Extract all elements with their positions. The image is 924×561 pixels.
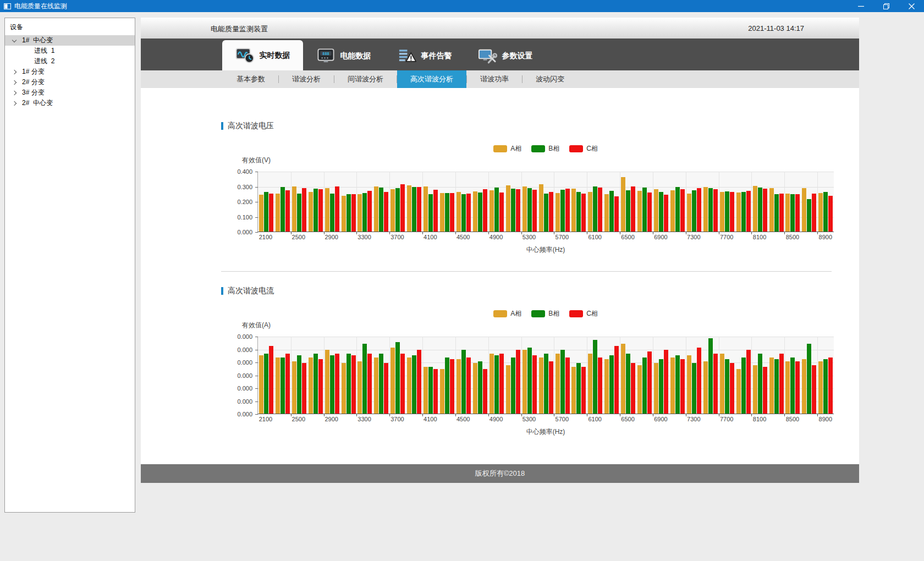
legend-item[interactable]: A相 — [493, 309, 521, 318]
main-tab-label: 事件告警 — [421, 51, 452, 61]
x-tick-label: 8500 — [784, 416, 801, 422]
legend-item[interactable]: C相 — [569, 144, 598, 153]
tree-item[interactable]: 2# 中心变 — [5, 98, 135, 108]
main-tab-label: 实时数据 — [260, 51, 290, 61]
bar — [346, 354, 351, 414]
bar-group — [719, 191, 735, 232]
bar-group — [521, 186, 538, 232]
bar — [351, 194, 356, 232]
bar — [741, 192, 746, 232]
tree-item[interactable]: 进线 2 — [5, 56, 135, 67]
bar — [391, 189, 395, 232]
bar-group — [373, 354, 389, 414]
legend-item[interactable]: C相 — [569, 309, 598, 318]
x-tick-label: 6500 — [620, 234, 636, 240]
x-tick-mark — [422, 232, 423, 234]
bar — [588, 192, 592, 232]
bar-group — [735, 350, 752, 414]
bar — [588, 354, 592, 414]
bar — [280, 187, 285, 232]
tree-item[interactable]: 3# 分变 — [5, 87, 135, 98]
bar — [823, 192, 828, 232]
main-tab-label: 电能数据 — [340, 51, 371, 61]
bar — [692, 363, 696, 414]
bar — [318, 189, 323, 232]
bar — [802, 188, 806, 232]
bar — [556, 193, 560, 232]
bar — [516, 189, 520, 232]
bar — [302, 363, 306, 414]
bar-group — [603, 191, 620, 232]
bar — [560, 350, 565, 414]
chevron-right-icon[interactable] — [12, 101, 17, 106]
bar-group — [735, 191, 752, 232]
bar-group — [274, 354, 291, 414]
x-tick-label: 7300 — [685, 234, 702, 240]
bar-group — [719, 354, 735, 414]
bar — [466, 194, 471, 232]
bar — [774, 194, 779, 232]
tree-item[interactable]: 2# 分变 — [5, 77, 135, 87]
legend-item[interactable]: B相 — [531, 309, 559, 318]
x-tick-mark — [817, 232, 818, 234]
bar — [549, 361, 553, 414]
main-tab-realtime-data[interactable]: 实时数据 — [222, 40, 303, 70]
sub-tab-0[interactable]: 基本参数 — [223, 70, 278, 88]
bar-group — [817, 192, 834, 232]
restore-button[interactable] — [873, 0, 899, 12]
bar — [790, 358, 795, 414]
minimize-button[interactable] — [848, 0, 873, 12]
bar — [494, 355, 499, 414]
x-tick-label: 4500 — [455, 416, 471, 422]
sub-tab-4[interactable]: 谐波功率 — [467, 70, 522, 88]
tree-item[interactable]: 1# 分变 — [5, 67, 135, 77]
event-alarm-icon — [397, 48, 416, 64]
x-tick-label — [471, 416, 488, 422]
x-tick-mark — [817, 414, 818, 416]
bar-group — [768, 188, 785, 232]
tree-item[interactable]: 进线 1 — [5, 46, 135, 56]
x-tick-label: 2900 — [323, 234, 340, 240]
chevron-right-icon[interactable] — [12, 90, 17, 96]
tree-item[interactable]: 1# 中心变 — [5, 35, 135, 46]
x-tick-label — [405, 234, 422, 240]
plot-area: 0.0000.0000.0000.0000.0000.0000.000 — [257, 337, 834, 414]
chevron-right-icon[interactable] — [12, 69, 17, 75]
sub-tab-3[interactable]: 高次谐波分析 — [397, 70, 466, 88]
bar — [264, 192, 268, 232]
bar — [687, 355, 691, 414]
bar — [565, 189, 570, 232]
x-tick-mark — [653, 232, 653, 234]
main-tab-energy-data[interactable]: 888电能数据 — [303, 41, 384, 70]
bar — [795, 194, 800, 232]
main-tab-label: 参数设置 — [502, 51, 533, 61]
x-tick-label: 3700 — [389, 416, 406, 422]
main-tab-event-alarm[interactable]: 事件告警 — [384, 41, 465, 70]
x-tick-label: 6500 — [620, 416, 636, 422]
bar — [763, 367, 767, 414]
bar — [428, 367, 433, 414]
close-button[interactable] — [899, 0, 924, 12]
bar-group — [768, 354, 785, 414]
chevron-right-icon[interactable] — [12, 80, 17, 85]
sub-tab-2[interactable]: 间谐波分析 — [334, 70, 397, 88]
bar — [758, 188, 762, 232]
bar — [609, 355, 614, 414]
chevron-down-icon[interactable] — [12, 38, 17, 43]
x-tick-mark — [324, 414, 324, 416]
bar — [285, 190, 290, 232]
legend: A相B相C相 — [257, 309, 834, 318]
sub-tab-5[interactable]: 波动闪变 — [522, 70, 578, 88]
bar — [424, 367, 428, 414]
bar-group — [686, 188, 702, 232]
sub-tab-1[interactable]: 谐波分析 — [279, 70, 334, 88]
legend-item[interactable]: A相 — [493, 144, 521, 153]
x-tick-label — [768, 234, 784, 240]
legend-item[interactable]: B相 — [531, 144, 559, 153]
x-tick-mark — [587, 414, 587, 416]
section-title-voltage: 高次谐波电压 — [221, 121, 859, 131]
x-tick-label: 4100 — [422, 234, 438, 240]
bar — [725, 359, 729, 414]
main-tab-param-settings[interactable]: 参数设置 — [465, 41, 546, 70]
footer: 版权所有©2018 — [141, 464, 859, 483]
